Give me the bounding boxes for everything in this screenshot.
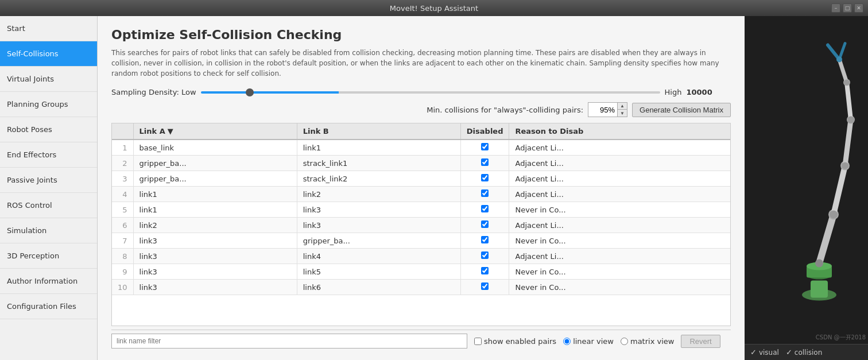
table-row[interactable]: 4 link1 link2 Adjacent Li...: [112, 187, 730, 202]
linear-view-radio[interactable]: [563, 338, 571, 345]
disabled-checkbox[interactable]: [481, 143, 489, 150]
cell-link-a: gripper_ba...: [133, 156, 297, 171]
min-collisions-field[interactable]: [588, 104, 617, 115]
sidebar-item-ros-control[interactable]: ROS Control: [0, 193, 97, 218]
cell-disabled[interactable]: [460, 202, 509, 218]
row-number: 9: [112, 264, 133, 280]
sidebar-item-configuration-files[interactable]: Configuration Files: [0, 294, 97, 319]
col-reason: Reason to Disab: [509, 123, 730, 140]
sidebar-item-simulation[interactable]: Simulation: [0, 218, 97, 243]
sampling-slider[interactable]: [201, 91, 660, 94]
row-number: 3: [112, 171, 133, 187]
table-row[interactable]: 3 gripper_ba... strack_link2 Adjacent Li…: [112, 171, 730, 187]
collision-table-container: Link A ▼ Link B Disabled Reason to Disab…: [111, 123, 731, 326]
sampling-row: Sampling Density: Low High 10000: [111, 88, 731, 96]
disabled-checkbox[interactable]: [481, 267, 489, 274]
sidebar-item-end-effectors[interactable]: End Effectors: [0, 142, 97, 168]
row-number: 4: [112, 187, 133, 202]
revert-button[interactable]: Revert: [681, 335, 720, 348]
table-row[interactable]: 10 link3 link6 Never in Co...: [112, 280, 730, 295]
col-link-b[interactable]: Link B: [297, 123, 460, 140]
row-number: 5: [112, 202, 133, 218]
table-wrapper[interactable]: Link A ▼ Link B Disabled Reason to Disab…: [112, 123, 730, 326]
robot-svg: [745, 16, 868, 344]
matrix-view-label[interactable]: matrix view: [621, 337, 674, 346]
table-row[interactable]: 8 link3 link4 Adjacent Li...: [112, 249, 730, 264]
svg-point-22: [844, 80, 850, 86]
sidebar-item-robot-poses[interactable]: Robot Poses: [0, 117, 97, 142]
table-row[interactable]: 6 link2 link3 Adjacent Li...: [112, 218, 730, 233]
cell-link-a: gripper_ba...: [133, 171, 297, 187]
table-row[interactable]: 2 gripper_ba... strack_link1 Adjacent Li…: [112, 156, 730, 171]
maximize-button[interactable]: □: [843, 3, 852, 13]
disabled-checkbox[interactable]: [481, 205, 489, 212]
close-button[interactable]: ✕: [854, 3, 863, 13]
col-num: [112, 123, 133, 140]
bottom-bar: show enabled pairs linear view matrix vi…: [111, 330, 731, 349]
row-number: 7: [112, 233, 133, 249]
table-row[interactable]: 5 link1 link3 Never in Co...: [112, 202, 730, 218]
disabled-checkbox[interactable]: [481, 220, 489, 228]
sidebar-item-author-information[interactable]: Author Information: [0, 269, 97, 294]
sidebar-item-self-collisions[interactable]: Self-Collisions: [0, 41, 97, 67]
matrix-view-radio[interactable]: [621, 338, 628, 345]
table-row[interactable]: 9 link3 link5 Never in Co...: [112, 264, 730, 280]
sidebar-item-start[interactable]: Start: [0, 16, 97, 41]
sidebar-item-passive-joints[interactable]: Passive Joints: [0, 168, 97, 193]
sidebar-item-3d-perception[interactable]: 3D Perception: [0, 243, 97, 269]
show-enabled-pairs-label[interactable]: show enabled pairs: [474, 337, 556, 346]
disabled-checkbox[interactable]: [481, 282, 489, 290]
cell-link-b: link1: [297, 140, 460, 156]
robot-3d-view: CSDN @一开2018: [745, 16, 868, 344]
generate-collision-matrix-button[interactable]: Generate Collision Matrix: [632, 103, 731, 117]
linear-view-label[interactable]: linear view: [563, 337, 614, 346]
cell-reason: Never in Co...: [509, 233, 730, 249]
disabled-checkbox[interactable]: [481, 236, 489, 243]
sidebar-item-virtual-joints[interactable]: Virtual Joints: [0, 67, 97, 92]
titlebar-title: MoveIt! Setup Assistant: [390, 4, 478, 13]
titlebar-buttons: – □ ✕: [831, 3, 863, 13]
table-body: 1 base_link link1 Adjacent Li... 2 gripp…: [112, 140, 730, 295]
disabled-checkbox[interactable]: [481, 189, 489, 197]
sidebar-item-planning-groups[interactable]: Planning Groups: [0, 92, 97, 117]
disabled-checkbox[interactable]: [481, 158, 489, 166]
visual-checkbox-label[interactable]: ✓ visual: [750, 348, 779, 357]
disabled-checkbox[interactable]: [481, 174, 489, 181]
collision-checkbox-label[interactable]: ✓ collision: [786, 348, 822, 357]
cell-disabled[interactable]: [460, 171, 509, 187]
col-link-a[interactable]: Link A ▼: [133, 123, 297, 140]
cell-disabled[interactable]: [460, 264, 509, 280]
table-row[interactable]: 7 link3 gripper_ba... Never in Co...: [112, 233, 730, 249]
sampling-value: 10000: [686, 88, 712, 96]
cell-disabled[interactable]: [460, 233, 509, 249]
cell-disabled[interactable]: [460, 140, 509, 156]
spinner-buttons: ▲ ▼: [617, 103, 627, 117]
row-number: 8: [112, 249, 133, 264]
cell-reason: Adjacent Li...: [509, 140, 730, 156]
sampling-label: Sampling Density: Low: [111, 88, 196, 96]
spinner-down-button[interactable]: ▼: [618, 110, 627, 117]
row-number: 6: [112, 218, 133, 233]
watermark: CSDN @一开2018: [816, 334, 866, 342]
table-row[interactable]: 1 base_link link1 Adjacent Li...: [112, 140, 730, 156]
table-header-row: Link A ▼ Link B Disabled Reason to Disab: [112, 123, 730, 140]
cell-disabled[interactable]: [460, 156, 509, 171]
cell-disabled[interactable]: [460, 280, 509, 295]
disabled-checkbox[interactable]: [481, 251, 489, 259]
cell-link-b: link3: [297, 218, 460, 233]
sort-arrow-icon: ▼: [168, 127, 173, 136]
cell-link-a: link1: [133, 202, 297, 218]
link-name-filter-input[interactable]: [111, 334, 467, 349]
show-enabled-pairs-checkbox[interactable]: [474, 338, 482, 345]
cell-disabled[interactable]: [460, 218, 509, 233]
row-number: 2: [112, 156, 133, 171]
spinner-up-button[interactable]: ▲: [618, 103, 627, 110]
content-area: Optimize Self-Collision Checking This se…: [98, 16, 745, 360]
svg-point-17: [836, 57, 842, 63]
cell-link-b: strack_link2: [297, 171, 460, 187]
cell-disabled[interactable]: [460, 187, 509, 202]
titlebar: MoveIt! Setup Assistant – □ ✕: [0, 0, 868, 16]
minimize-button[interactable]: –: [831, 3, 840, 13]
cell-disabled[interactable]: [460, 249, 509, 264]
row-number: 1: [112, 140, 133, 156]
